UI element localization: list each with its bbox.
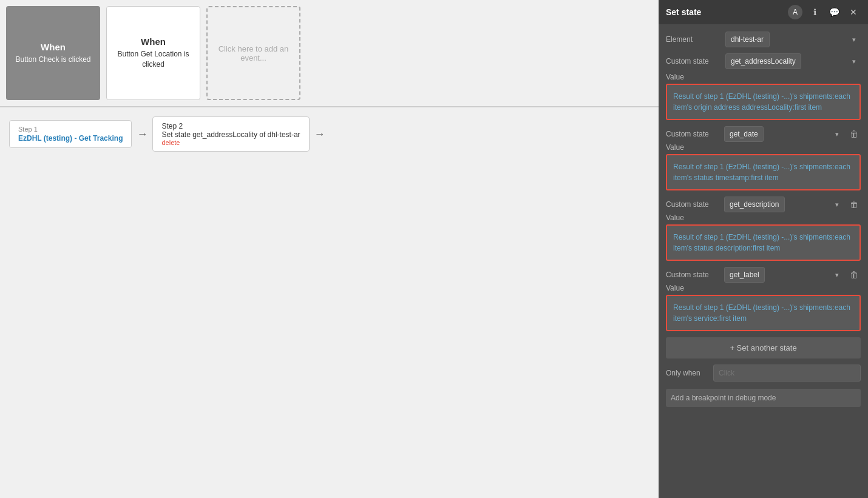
state-3-select[interactable]: get_description: [724, 197, 785, 212]
element-select-wrapper[interactable]: dhl-test-ar: [725, 32, 861, 47]
when-label-location: When: [113, 36, 194, 47]
delete-state-3-icon[interactable]: 🗑: [847, 198, 861, 211]
value-label-row-2: Value: [666, 143, 861, 152]
debug-label: Add a breakpoint in debug mode: [671, 394, 776, 402]
event-card-add-text: Click here to add an event...: [214, 44, 293, 62]
value-text-1: Result of step 1 (EzDHL (testing) -...)'…: [673, 92, 850, 112]
state-4-select-wrapper[interactable]: get_label: [724, 267, 844, 283]
close-icon-btn[interactable]: ✕: [846, 5, 861, 19]
state-4-select[interactable]: get_label: [724, 267, 765, 283]
value-label-4: Value: [666, 284, 721, 292]
step-2-label: Step 2: [161, 122, 300, 130]
step-1-box[interactable]: Step 1 EzDHL (testing) - Get Tracking: [9, 120, 132, 148]
event-card-add[interactable]: Click here to add an event...: [206, 6, 300, 100]
step-1-title: EzDHL (testing) - Get Tracking: [18, 134, 123, 143]
panel-body: Element dhl-test-ar Custom state get_add…: [659, 24, 868, 498]
value-label-row-4: Value: [666, 284, 861, 292]
set-state-panel: Set state A ℹ 💬 ✕ Element dhl-test-ar Cu…: [659, 0, 868, 498]
state-1-select[interactable]: get_addressLocality: [725, 53, 801, 69]
when-label-check: When: [15, 42, 90, 52]
custom-state-row-1: Custom state get_addressLocality: [666, 53, 861, 69]
custom-state-row-2: Custom state get_date 🗑: [666, 126, 861, 142]
panel-icons: A ℹ 💬 ✕: [788, 5, 861, 19]
value-label-row-1: Value: [666, 73, 861, 81]
element-label: Element: [666, 35, 721, 44]
comment-icon-btn[interactable]: 💬: [827, 5, 841, 19]
event-card-location-text: Button Get Location is clicked: [117, 50, 189, 69]
step-2-delete[interactable]: delete: [161, 139, 300, 146]
delete-state-4-icon[interactable]: 🗑: [847, 268, 861, 281]
event-card-check[interactable]: When Button Check is clicked: [6, 6, 100, 100]
value-text-2: Result of step 1 (EzDHL (testing) -...)'…: [673, 163, 850, 182]
value-label-1: Value: [666, 73, 721, 81]
custom-state-row-4: Custom state get_label 🗑: [666, 267, 861, 283]
step-2-box[interactable]: Step 2 Set state get_addressLocality of …: [152, 116, 309, 152]
step-2-desc: Set state get_addressLocality of dhl-tes…: [161, 130, 300, 139]
set-another-state-button[interactable]: + Set another state: [666, 337, 861, 358]
value-text-3: Result of step 1 (EzDHL (testing) -...)'…: [673, 233, 850, 252]
element-select[interactable]: dhl-test-ar: [725, 32, 770, 47]
custom-state-label-2: Custom state: [666, 130, 721, 138]
value-box-2[interactable]: Result of step 1 (EzDHL (testing) -...)'…: [666, 154, 861, 190]
value-text-4: Result of step 1 (EzDHL (testing) -...)'…: [673, 303, 850, 323]
state-2-select[interactable]: get_date: [724, 126, 764, 142]
value-box-4[interactable]: Result of step 1 (EzDHL (testing) -...)'…: [666, 295, 861, 331]
custom-state-label-4: Custom state: [666, 271, 721, 279]
event-cards-row: When Button Check is clicked When Button…: [0, 0, 307, 106]
value-label-row-3: Value: [666, 214, 861, 222]
state-2-select-wrapper[interactable]: get_date: [724, 126, 844, 142]
debug-row[interactable]: Add a breakpoint in debug mode: [666, 389, 861, 407]
panel-header: Set state A ℹ 💬 ✕: [659, 0, 868, 24]
info-icon-btn[interactable]: ℹ: [807, 5, 822, 19]
state-1-select-wrapper[interactable]: get_addressLocality: [725, 53, 861, 69]
step-arrow-1: →: [132, 128, 152, 141]
steps-row: Step 1 EzDHL (testing) - Get Tracking → …: [0, 110, 339, 158]
value-box-1[interactable]: Result of step 1 (EzDHL (testing) -...)'…: [666, 84, 861, 120]
value-label-3: Value: [666, 214, 721, 222]
custom-state-label-3: Custom state: [666, 200, 721, 209]
step-1-label: Step 1: [18, 126, 123, 133]
state-3-select-wrapper[interactable]: get_description: [724, 197, 844, 212]
delete-state-2-icon[interactable]: 🗑: [847, 127, 861, 141]
step-arrow-2: →: [310, 128, 330, 141]
custom-state-label-1: Custom state: [666, 57, 721, 66]
only-when-input[interactable]: [713, 365, 861, 382]
event-card-location[interactable]: When Button Get Location is clicked: [106, 6, 200, 100]
only-when-label: Only when: [666, 369, 708, 377]
panel-title: Set state: [666, 7, 701, 17]
value-box-3[interactable]: Result of step 1 (EzDHL (testing) -...)'…: [666, 224, 861, 261]
event-card-check-text: Button Check is clicked: [15, 55, 90, 64]
value-label-2: Value: [666, 143, 721, 152]
element-row: Element dhl-test-ar: [666, 32, 861, 47]
only-when-row: Only when: [666, 365, 861, 382]
user-icon-btn[interactable]: A: [788, 5, 802, 19]
custom-state-row-3: Custom state get_description 🗑: [666, 197, 861, 212]
